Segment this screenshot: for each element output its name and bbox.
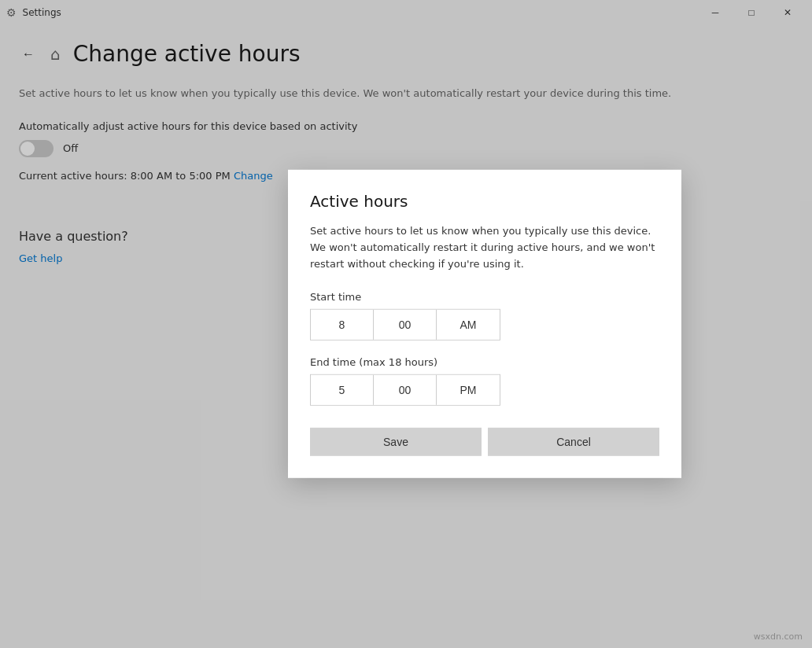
end-ampm-input[interactable] xyxy=(437,375,500,405)
dialog-title: Active hours xyxy=(310,192,659,211)
end-minute-input[interactable] xyxy=(374,375,437,405)
start-ampm-input[interactable] xyxy=(437,310,500,340)
start-minute-input[interactable] xyxy=(374,310,437,340)
start-hour-input[interactable] xyxy=(311,310,374,340)
save-button[interactable]: Save xyxy=(310,428,482,456)
end-time-input-row xyxy=(310,374,500,406)
end-hour-input[interactable] xyxy=(311,375,374,405)
cancel-button[interactable]: Cancel xyxy=(488,428,659,456)
active-hours-dialog: Active hours Set active hours to let us … xyxy=(288,170,681,478)
start-time-input-row xyxy=(310,309,500,341)
dialog-buttons: Save Cancel xyxy=(310,428,659,456)
dialog-description: Set active hours to let us know when you… xyxy=(310,223,659,272)
start-time-label: Start time xyxy=(310,291,659,303)
end-time-label: End time (max 18 hours) xyxy=(310,356,659,368)
